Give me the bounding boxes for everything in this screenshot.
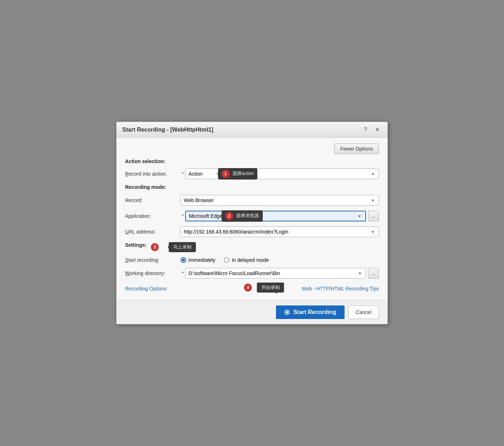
working-dir-browse-button[interactable]: ... xyxy=(368,268,379,279)
help-button[interactable]: ? xyxy=(362,126,369,134)
application-browse-button[interactable]: ... xyxy=(368,211,379,221)
recording-options-link[interactable]: Recording Options xyxy=(125,286,167,291)
url-row: URL address: http://192.168.43.66:6060/a… xyxy=(125,226,379,237)
application-control-wrap: Microsoft Edge ▼ ... 2 选择浏览器 xyxy=(185,211,379,221)
url-select[interactable]: http://192.168.43.66:6060/aeaicrm/index?… xyxy=(181,226,379,237)
record-label: Record: xyxy=(125,197,181,203)
application-row: Application: * Microsoft Edge ▼ ... 2 选择… xyxy=(125,211,379,221)
action-selection-section-label: Action selection: xyxy=(125,158,379,164)
record-dropdown-arrow: ▼ xyxy=(370,199,376,202)
recording-tips-link[interactable]: Web - HTTP/HTML Recording Tips xyxy=(302,286,379,291)
working-dir-required-star: * xyxy=(182,270,184,276)
tooltip1-text: 选择action xyxy=(232,171,254,176)
start-recording-row: Start recording: Immediately In delayed … xyxy=(125,257,379,263)
url-select-value: http://192.168.43.66:6060/aeaicrm/index?… xyxy=(184,229,370,235)
dialog-title: Start Recording - [WebHttpHtml1] xyxy=(122,127,213,133)
tooltip3-text: 马上录制 xyxy=(173,244,192,250)
settings-row: Settings: 3 马上录制 xyxy=(125,242,379,252)
radio-immediately[interactable]: Immediately xyxy=(181,257,215,263)
working-dir-label: Working directory: xyxy=(125,270,181,276)
action-required-star: * xyxy=(182,171,184,177)
application-required-star: * xyxy=(182,213,184,219)
settings-tooltip: 马上录制 xyxy=(169,242,196,252)
application-dropdown-arrow: ▼ xyxy=(357,214,362,218)
close-button[interactable]: ✕ xyxy=(373,126,382,134)
start-recording-dialog: Start Recording - [WebHttpHtml1] ? ✕ Few… xyxy=(116,122,388,324)
record-select[interactable]: Web Browser ▼ xyxy=(181,195,379,206)
working-dir-row: Working directory: * D:\software\Micro F… xyxy=(125,268,379,279)
radio-delayed-circle xyxy=(224,257,229,263)
start-recording-control-wrap: Immediately In delayed mode xyxy=(181,257,379,263)
url-control-wrap: http://192.168.43.66:6060/aeaicrm/index?… xyxy=(181,226,379,237)
application-label: Application: xyxy=(125,213,181,219)
badge-3: 3 xyxy=(151,243,159,251)
titlebar-buttons: ? ✕ xyxy=(362,126,382,134)
url-dropdown-arrow: ▼ xyxy=(370,230,376,234)
url-label: URL address: xyxy=(125,229,181,235)
dialog-footer: 4 开始录制 Start Recording Cancel xyxy=(117,300,387,324)
application-select[interactable]: Microsoft Edge ▼ xyxy=(185,211,366,221)
tooltip4-text: 开始录制 xyxy=(261,285,280,290)
record-underline-r: Record into action: xyxy=(125,171,167,177)
settings-tooltip-wrap: 3 马上录制 xyxy=(151,243,161,251)
top-bar: Fewer Options xyxy=(125,143,379,154)
radio-delayed-label: In delayed mode xyxy=(232,257,269,263)
working-dir-dropdown-arrow: ▼ xyxy=(357,271,363,275)
start-recording-label: Start recording: xyxy=(125,257,181,263)
start-recording-btn-radio xyxy=(285,310,290,315)
action-tooltip: 1 选择action xyxy=(218,168,257,180)
action-dropdown-arrow: ▼ xyxy=(370,172,376,176)
recording-mode-section-label: Recording mode: xyxy=(125,184,379,190)
footer-tooltip-wrap: 4 开始录制 xyxy=(244,283,284,293)
record-into-label: Record into action: xyxy=(125,171,181,177)
start-recording-button[interactable]: Start Recording xyxy=(276,305,345,319)
badge-1: 1 xyxy=(222,170,229,178)
record-control-wrap: Web Browser ▼ xyxy=(181,195,379,206)
record-select-value: Web Browser xyxy=(184,197,370,203)
radio-immediately-circle xyxy=(181,257,186,263)
radio-immediately-label: Immediately xyxy=(188,257,215,263)
action-select[interactable]: Action ▼ xyxy=(185,168,379,179)
settings-section-label: Settings: xyxy=(125,242,147,248)
action-control-wrap: Action ▼ 1 选择action xyxy=(185,168,379,179)
working-dir-control-wrap: D:\software\Micro Focus\LoadRunner\Bin ▼… xyxy=(185,268,379,279)
working-dir-value: D:\software\Micro Focus\LoadRunner\Bin xyxy=(188,270,357,276)
badge-2: 2 xyxy=(225,212,233,220)
footer-tooltip: 开始录制 xyxy=(257,283,284,293)
dialog-titlebar: Start Recording - [WebHttpHtml1] ? ✕ xyxy=(117,122,387,138)
record-row: Record: Web Browser ▼ xyxy=(125,195,379,206)
application-select-value: Microsoft Edge xyxy=(189,213,357,219)
record-into-action-row: Record into action: * Action ▼ 1 选择actio… xyxy=(125,168,379,179)
working-dir-select[interactable]: D:\software\Micro Focus\LoadRunner\Bin ▼ xyxy=(185,268,366,279)
cancel-button[interactable]: Cancel xyxy=(348,305,379,319)
radio-delayed[interactable]: In delayed mode xyxy=(224,257,269,263)
badge-4: 4 xyxy=(244,284,252,291)
dialog-body: Fewer Options Action selection: Record i… xyxy=(117,138,387,300)
application-tooltip: 2 选择浏览器 xyxy=(222,210,263,222)
fewer-options-button[interactable]: Fewer Options xyxy=(334,143,379,154)
radio-group: Immediately In delayed mode xyxy=(181,257,269,263)
tooltip2-text: 选择浏览器 xyxy=(236,213,259,218)
start-recording-btn-label: Start Recording xyxy=(293,309,336,315)
